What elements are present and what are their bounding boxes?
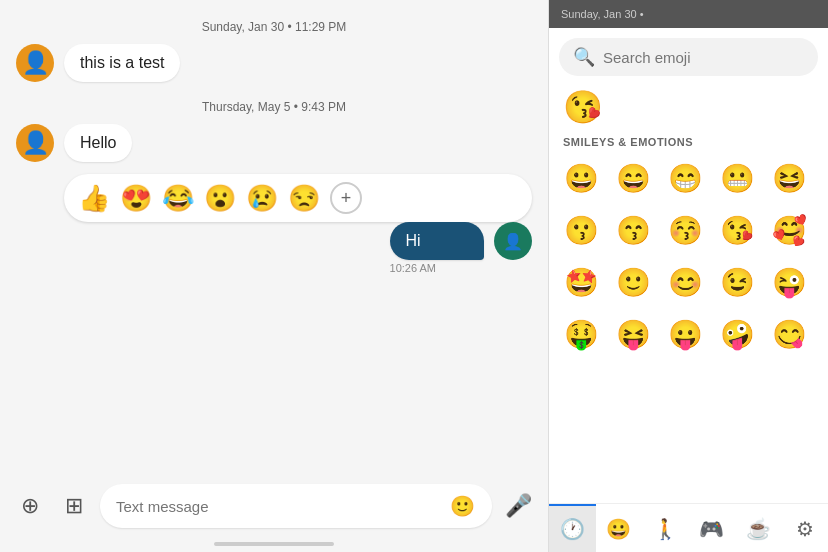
bubble-1: this is a test bbox=[64, 44, 180, 82]
emoji-cell[interactable]: 😆 bbox=[768, 156, 812, 200]
symbols-icon: ⚙ bbox=[796, 517, 814, 541]
attach-button[interactable]: ⊞ bbox=[56, 488, 92, 524]
reaction-thumbsup[interactable]: 👍 bbox=[78, 183, 110, 214]
message-row-1: 👤 this is a test bbox=[16, 44, 532, 82]
attach-icon: ⊞ bbox=[65, 493, 83, 519]
recent-icon: 🕐 bbox=[560, 517, 585, 541]
emoji-tab-people[interactable]: 🚶 bbox=[642, 504, 689, 552]
emoji-button[interactable]: 🙂 bbox=[448, 492, 476, 520]
emoji-tab-recent[interactable]: 🕐 bbox=[549, 504, 596, 552]
objects-icon: ☕ bbox=[746, 517, 771, 541]
avatar-self-icon: 👤 bbox=[503, 232, 523, 251]
emoji-tab-symbols[interactable]: ⚙ bbox=[782, 504, 829, 552]
emoji-grid-row1: 😀 😄 😁 😬 😆 bbox=[549, 152, 828, 204]
chat-panel: Sunday, Jan 30 • 11:29 PM 👤 this is a te… bbox=[0, 0, 548, 552]
message-row-3: 👤 Hi 10:26 AM bbox=[16, 222, 532, 274]
emoji-panel-header: Sunday, Jan 30 • bbox=[549, 0, 828, 28]
mic-button[interactable]: 🎤 bbox=[500, 488, 536, 524]
search-icon: 🔍 bbox=[573, 46, 595, 68]
emoji-search-input[interactable] bbox=[603, 49, 804, 66]
message-input[interactable] bbox=[116, 498, 440, 515]
emoji-cell[interactable]: 🤑 bbox=[559, 312, 603, 356]
emoji-search-bar: 🔍 bbox=[559, 38, 818, 76]
activities-icon: 🎮 bbox=[699, 517, 724, 541]
emoji-cell[interactable]: 😉 bbox=[716, 260, 760, 304]
emoji-cell[interactable]: 🥰 bbox=[768, 208, 812, 252]
emoji-tab-smileys[interactable]: 😀 bbox=[596, 504, 643, 552]
emoji-cell[interactable]: 😋 bbox=[768, 312, 812, 356]
emoji-cell[interactable]: 😁 bbox=[663, 156, 707, 200]
add-reaction-button[interactable]: + bbox=[330, 182, 362, 214]
emoji-cell[interactable]: 😀 bbox=[559, 156, 603, 200]
smileys-icon: 😀 bbox=[606, 517, 631, 541]
avatar-self: 👤 bbox=[494, 222, 532, 260]
avatar-2: 👤 bbox=[16, 124, 54, 162]
message-row-2: 👤 Hello bbox=[16, 124, 532, 162]
emoji-tabs: 🕐 😀 🚶 🎮 ☕ ⚙ bbox=[549, 503, 828, 552]
add-reaction-icon: + bbox=[341, 188, 352, 209]
emoji-cell[interactable]: 🙂 bbox=[611, 260, 655, 304]
emoji-panel: Sunday, Jan 30 • 🔍 😘 SMILEYS & EMOTIONS … bbox=[548, 0, 828, 552]
reaction-laughing[interactable]: 😂 bbox=[162, 183, 194, 214]
reaction-surprised[interactable]: 😮 bbox=[204, 183, 236, 214]
emoji-cell[interactable]: 😬 bbox=[716, 156, 760, 200]
emoji-cell[interactable]: 😗 bbox=[559, 208, 603, 252]
date-divider-1: Sunday, Jan 30 • 11:29 PM bbox=[16, 20, 532, 34]
emoji-cell[interactable]: 🤩 bbox=[559, 260, 603, 304]
emoji-grid-row3: 🤩 🙂 😊 😉 😜 bbox=[549, 256, 828, 308]
add-button[interactable]: ⊕ bbox=[12, 488, 48, 524]
mic-icon: 🎤 bbox=[505, 493, 532, 519]
avatar-1: 👤 bbox=[16, 44, 54, 82]
emoji-grid-row2: 😗 😙 😚 😘 🥰 bbox=[549, 204, 828, 256]
emoji-tab-objects[interactable]: ☕ bbox=[735, 504, 782, 552]
reaction-expressionless[interactable]: 😒 bbox=[288, 183, 320, 214]
emoji-cell[interactable]: 😊 bbox=[663, 260, 707, 304]
emoji-cell[interactable]: 😘 bbox=[716, 208, 760, 252]
emoji-cell[interactable]: 😝 bbox=[611, 312, 655, 356]
messages-area: Sunday, Jan 30 • 11:29 PM 👤 this is a te… bbox=[0, 0, 548, 476]
emoji-icon: 🙂 bbox=[450, 494, 475, 518]
message-time-3: 10:26 AM bbox=[390, 262, 436, 274]
avatar-icon-2: 👤 bbox=[22, 130, 49, 156]
avatar-icon-1: 👤 bbox=[22, 50, 49, 76]
emoji-cell[interactable]: 😄 bbox=[611, 156, 655, 200]
text-input-wrapper: 🙂 bbox=[100, 484, 492, 528]
emoji-cell[interactable]: 😜 bbox=[768, 260, 812, 304]
reaction-heart-eyes[interactable]: 😍 bbox=[120, 183, 152, 214]
input-bar: ⊕ ⊞ 🙂 🎤 bbox=[0, 476, 548, 536]
emoji-cell[interactable]: 🤪 bbox=[716, 312, 760, 356]
emoji-header-date: Sunday, Jan 30 • bbox=[561, 8, 644, 20]
date-divider-2: Thursday, May 5 • 9:43 PM bbox=[16, 100, 532, 114]
emoji-reactions-bar: 👍 😍 😂 😮 😢 😒 + bbox=[64, 174, 532, 222]
reaction-crying[interactable]: 😢 bbox=[246, 183, 278, 214]
add-icon: ⊕ bbox=[21, 493, 39, 519]
people-icon: 🚶 bbox=[653, 517, 678, 541]
emoji-cell[interactable]: 😙 bbox=[611, 208, 655, 252]
emoji-cell[interactable]: 😛 bbox=[663, 312, 707, 356]
emoji-section-label: SMILEYS & EMOTIONS bbox=[549, 132, 828, 152]
emoji-tab-activities[interactable]: 🎮 bbox=[689, 504, 736, 552]
emoji-cell[interactable]: 😚 bbox=[663, 208, 707, 252]
bottom-bar bbox=[214, 542, 334, 546]
bubble-2: Hello bbox=[64, 124, 132, 162]
emoji-grid-row4: 🤑 😝 😛 🤪 😋 bbox=[549, 308, 828, 360]
bubble-3: Hi bbox=[390, 222, 484, 260]
emoji-featured[interactable]: 😘 bbox=[549, 82, 828, 132]
